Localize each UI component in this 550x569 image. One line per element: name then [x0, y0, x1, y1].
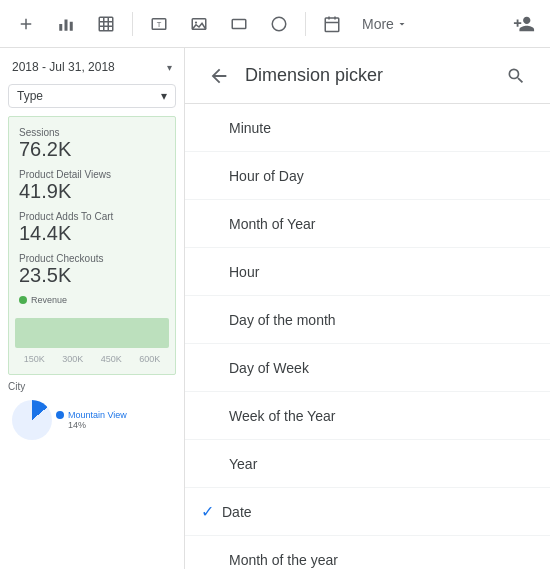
main-content: 2018 - Jul 31, 2018 ▾ Type ▾ Sessions 76…: [0, 48, 550, 569]
item-label: Month of the year: [229, 552, 338, 568]
list-item-date[interactable]: ✓ Date: [185, 488, 550, 536]
type-label: Type: [17, 89, 43, 103]
item-label: Year: [229, 456, 257, 472]
svg-point-13: [195, 21, 197, 23]
product-checkouts-value: 23.5K: [15, 264, 169, 287]
svg-rect-16: [325, 18, 339, 32]
table-icon[interactable]: [88, 6, 124, 42]
search-button[interactable]: [498, 58, 534, 94]
dimension-picker-panel: Dimension picker Minute Hour of Day Mont…: [185, 48, 550, 569]
product-detail-views-label: Product Detail Views: [15, 165, 169, 180]
list-item[interactable]: Day of Week: [185, 344, 550, 392]
svg-rect-4: [70, 21, 73, 30]
back-button[interactable]: [201, 58, 237, 94]
sessions-metric: Sessions 76.2K: [15, 123, 169, 161]
item-label: Week of the Year: [229, 408, 335, 424]
percentage-label: 14%: [68, 420, 127, 430]
product-adds-value: 14.4K: [15, 222, 169, 245]
product-checkouts-label: Product Checkouts: [15, 249, 169, 264]
pie-area: Mountain View 14%: [8, 396, 176, 444]
location-label: Mountain View: [68, 410, 127, 420]
legend-dot: [19, 296, 27, 304]
list-item[interactable]: Month of the year: [185, 536, 550, 569]
item-label: Hour of Day: [229, 168, 304, 184]
chevron-down-icon: ▾: [167, 62, 172, 73]
legend: Revenue: [15, 291, 169, 309]
picker-list: Minute Hour of Day Month of Year Hour Da…: [185, 104, 550, 569]
date-range-icon[interactable]: [314, 6, 350, 42]
item-label: Date: [222, 504, 252, 520]
list-item[interactable]: Day of the month: [185, 296, 550, 344]
svg-rect-3: [65, 19, 68, 30]
bar-chart-icon[interactable]: [48, 6, 84, 42]
x-label-1: 150K: [24, 354, 45, 364]
sessions-value: 76.2K: [15, 138, 169, 161]
checkmark-icon: ✓: [201, 502, 214, 521]
pie-chart: [12, 400, 52, 440]
product-checkouts-metric: Product Checkouts 23.5K: [15, 249, 169, 287]
list-item[interactable]: Month of Year: [185, 200, 550, 248]
left-panel: 2018 - Jul 31, 2018 ▾ Type ▾ Sessions 76…: [0, 48, 185, 569]
toolbar: T More: [0, 0, 550, 48]
add-icon[interactable]: [8, 6, 44, 42]
more-menu[interactable]: More: [354, 12, 416, 36]
item-label: Day of Week: [229, 360, 309, 376]
product-detail-views-metric: Product Detail Views 41.9K: [15, 165, 169, 203]
divider-1: [132, 12, 133, 36]
city-label: City: [8, 381, 176, 392]
product-adds-metric: Product Adds To Cart 14.4K: [15, 207, 169, 245]
svg-rect-14: [232, 19, 246, 28]
location-dot: [56, 411, 64, 419]
svg-text:T: T: [157, 20, 162, 29]
sessions-label: Sessions: [15, 123, 169, 138]
product-detail-views-value: 41.9K: [15, 180, 169, 203]
svg-rect-5: [99, 17, 113, 31]
item-label: Month of Year: [229, 216, 315, 232]
add-user-button[interactable]: [506, 6, 542, 42]
list-item[interactable]: Year: [185, 440, 550, 488]
x-label-4: 600K: [139, 354, 160, 364]
date-selector[interactable]: 2018 - Jul 31, 2018 ▾: [8, 56, 176, 78]
location-item: Mountain View: [56, 410, 127, 420]
item-label: Minute: [229, 120, 271, 136]
divider-2: [305, 12, 306, 36]
image-icon[interactable]: [181, 6, 217, 42]
x-label-2: 300K: [62, 354, 83, 364]
list-item[interactable]: Week of the Year: [185, 392, 550, 440]
city-section: City Mountain View 14%: [8, 379, 176, 446]
rectangle-icon[interactable]: [221, 6, 257, 42]
list-item[interactable]: Minute: [185, 104, 550, 152]
more-label: More: [362, 16, 394, 32]
date-range-label: 2018 - Jul 31, 2018: [12, 60, 115, 74]
picker-title: Dimension picker: [245, 65, 498, 86]
type-chevron-icon: ▾: [161, 89, 167, 103]
list-item[interactable]: Hour of Day: [185, 152, 550, 200]
svg-point-15: [272, 17, 286, 31]
item-label: Day of the month: [229, 312, 336, 328]
product-adds-label: Product Adds To Cart: [15, 207, 169, 222]
type-selector[interactable]: Type ▾: [8, 84, 176, 108]
picker-header: Dimension picker: [185, 48, 550, 104]
legend-label: Revenue: [31, 295, 67, 305]
circle-icon[interactable]: [261, 6, 297, 42]
svg-rect-2: [59, 24, 62, 31]
list-item[interactable]: Hour: [185, 248, 550, 296]
text-icon[interactable]: T: [141, 6, 177, 42]
item-label: Hour: [229, 264, 259, 280]
x-label-3: 450K: [101, 354, 122, 364]
